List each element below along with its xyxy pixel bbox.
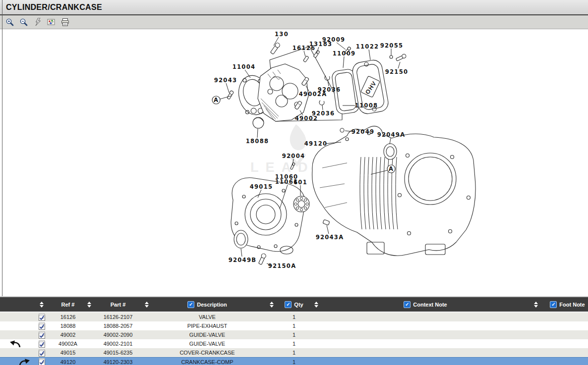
part-doc-cell[interactable] <box>31 339 53 348</box>
part-oil-seal-b[interactable] <box>234 230 248 248</box>
row-indicator <box>0 358 31 365</box>
row-part: 18088-2057 <box>95 323 141 329</box>
svg-text:92049A: 92049A <box>377 131 406 138</box>
hotspots-icon <box>47 18 56 26</box>
parts-table-header: Ref # Part # Description Qty Context Not… <box>0 296 588 313</box>
sort-context-icon[interactable] <box>534 302 538 308</box>
row-indicator <box>0 330 31 339</box>
svg-text:92049: 92049 <box>352 128 375 135</box>
svg-text:92004: 92004 <box>282 153 305 159</box>
svg-text:601: 601 <box>294 179 307 186</box>
row-indicator <box>0 321 31 330</box>
jump-forward-arrow-icon[interactable] <box>18 358 31 365</box>
part-doc-cell[interactable] <box>31 358 53 365</box>
row-qty: 1 <box>282 350 306 356</box>
table-row[interactable]: 49015 49015-6235 COVER-CRANKCASE 1 <box>0 348 588 357</box>
svg-text:11004: 11004 <box>233 63 256 70</box>
foot-note-checkbox[interactable] <box>550 301 557 308</box>
part-oil-seal-a <box>384 144 397 159</box>
svg-text:92043: 92043 <box>214 77 237 84</box>
sort-part-icon[interactable] <box>87 302 91 308</box>
sort-ref-icon[interactable] <box>40 302 44 308</box>
svg-text:49002: 49002 <box>295 115 318 122</box>
panel-left-border <box>2 0 2 296</box>
flash-button[interactable] <box>32 17 43 27</box>
parts-table: Ref # Part # Description Qty Context Not… <box>0 296 588 365</box>
svg-text:49120: 49120 <box>304 140 328 147</box>
header-context-note[interactable]: Context Note <box>413 302 447 308</box>
svg-text:11009: 11009 <box>333 50 356 57</box>
page-title: CYLINDER/CRANKCASE <box>0 3 102 12</box>
header-qty[interactable]: Qty <box>294 302 303 308</box>
row-indicator <box>0 348 31 357</box>
row-description: GUIDE-VALVE <box>153 332 262 338</box>
zoom-out-icon <box>19 18 28 26</box>
sort-desc2-icon[interactable] <box>270 302 274 308</box>
row-qty: 1 <box>282 359 306 365</box>
part-doc-icon <box>39 322 45 330</box>
svg-text:92043A: 92043A <box>316 234 344 241</box>
zoom-out-button[interactable] <box>18 17 29 27</box>
part-doc-icon <box>39 313 45 321</box>
row-part: 49120-2303 <box>95 359 141 365</box>
part-doc-cell[interactable] <box>31 313 53 321</box>
table-row[interactable]: 16126 16126-2107 VALVE 1 <box>0 313 588 321</box>
hotspots-button[interactable] <box>46 17 57 27</box>
row-ref: 16126 <box>53 314 83 320</box>
part-ball-bearing[interactable] <box>294 196 309 212</box>
print-icon <box>61 18 69 26</box>
qty-checkbox[interactable] <box>285 301 292 308</box>
zoom-in-icon <box>5 18 14 26</box>
row-part: 49015-6235 <box>95 350 141 356</box>
row-ref: 49002 <box>53 332 83 338</box>
row-description: CRANKCASE-COMP <box>153 359 262 365</box>
row-indicator <box>0 313 31 321</box>
svg-text:49015: 49015 <box>250 183 273 190</box>
row-ref: 49015 <box>53 350 83 356</box>
svg-text:92150: 92150 <box>385 68 409 75</box>
sort-desc-icon[interactable] <box>145 302 149 308</box>
header-indicator-col <box>0 297 31 312</box>
header-foot-note[interactable]: Foot Note <box>559 302 585 308</box>
circlip-b <box>319 101 324 105</box>
title-bar: CYLINDER/CRANKCASE <box>0 0 588 15</box>
exploded-diagram-panel[interactable]: LEADVEN <box>0 29 588 296</box>
jump-back-arrow-icon[interactable] <box>9 340 22 348</box>
zoom-in-button[interactable] <box>4 17 15 27</box>
sort-qty-icon[interactable] <box>314 302 318 308</box>
row-description: PIPE-EXHAUST <box>153 323 262 329</box>
diagram-toolbar <box>0 15 588 29</box>
table-row[interactable]: 49002A 49002-2101 GUIDE-VALVE 1 <box>0 339 588 348</box>
description-checkbox[interactable] <box>187 301 194 308</box>
table-row[interactable]: 49120 49120-2303 CRANKCASE-COMP 1 <box>0 357 588 365</box>
header-description[interactable]: Description <box>197 302 227 308</box>
row-part: 16126-2107 <box>95 314 141 320</box>
part-doc-icon <box>39 340 45 348</box>
context-note-checkbox[interactable] <box>404 301 411 308</box>
part-doc-icon <box>39 358 45 365</box>
parts-catalog-window: CYLINDER/CRANKCASE <box>0 0 588 365</box>
svg-text:130: 130 <box>275 31 289 38</box>
table-row[interactable]: 18088 18088-2057 PIPE-EXHAUST 1 <box>0 321 588 330</box>
part-doc-cell[interactable] <box>31 330 53 339</box>
part-doc-cell[interactable] <box>31 348 53 357</box>
header-ref[interactable]: Ref # <box>53 297 83 312</box>
row-indicator <box>0 339 31 348</box>
row-ref: 49002A <box>53 341 83 347</box>
svg-text:92049B: 92049B <box>229 257 257 263</box>
print-button[interactable] <box>60 17 70 27</box>
header-part[interactable]: Part # <box>95 297 141 312</box>
row-qty: 1 <box>282 341 306 347</box>
flash-icon <box>34 18 41 26</box>
row-qty: 1 <box>282 314 306 320</box>
row-description: GUIDE-VALVE <box>153 341 262 347</box>
svg-text:92150A: 92150A <box>268 262 296 269</box>
part-doc-cell[interactable] <box>31 321 53 330</box>
svg-text:11008: 11008 <box>355 102 378 109</box>
exploded-diagram[interactable]: LEADVEN <box>0 29 588 296</box>
svg-text:92009: 92009 <box>322 36 346 43</box>
row-part: 49002-2101 <box>95 341 141 347</box>
parts-table-body: 16126 16126-2107 VALVE 1 18088 18088-205… <box>0 313 588 365</box>
table-row[interactable]: 49002 49002-2090 GUIDE-VALVE 1 <box>0 330 588 339</box>
row-qty: 1 <box>282 332 306 338</box>
